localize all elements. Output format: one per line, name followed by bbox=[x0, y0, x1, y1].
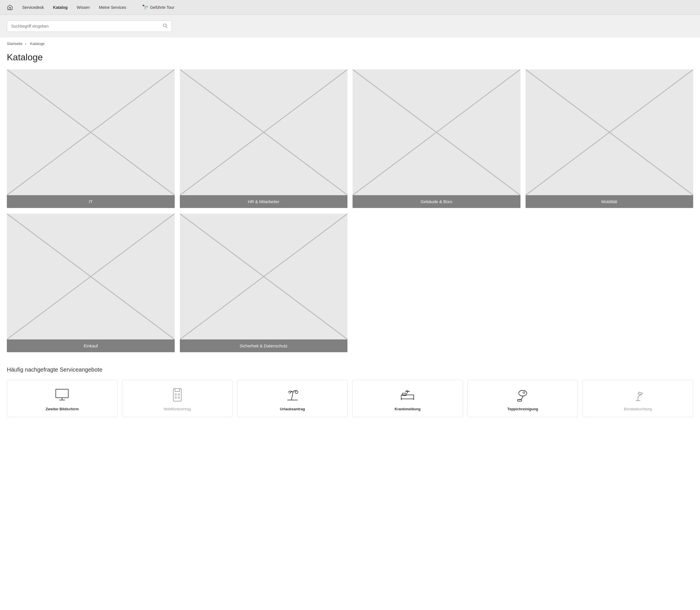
catalog-card-gebaeude[interactable]: Gebäude & Büro bbox=[353, 69, 521, 208]
catalog-card-image-hr bbox=[180, 69, 348, 195]
service-card-label-mobile: Mobilfunkvertrag bbox=[164, 407, 191, 411]
catalog-card-label-gebaeude: Gebäude & Büro bbox=[353, 195, 521, 208]
vacuum-icon bbox=[515, 387, 531, 403]
bed-icon bbox=[399, 387, 415, 403]
catalog-card-label-it: IT bbox=[7, 195, 175, 208]
service-card-label-krank: Krankmeldung bbox=[395, 407, 420, 411]
service-card-krank[interactable]: Krankmeldung bbox=[352, 380, 463, 417]
svg-rect-27 bbox=[178, 397, 179, 398]
service-card-label-monitor: Zweiter Bildschirm bbox=[46, 407, 79, 411]
catalog-card-einkauf[interactable]: Einkauf bbox=[7, 214, 175, 352]
sim-card-icon bbox=[169, 387, 185, 403]
nav-katalog[interactable]: Katalog bbox=[53, 4, 67, 11]
svg-rect-23 bbox=[173, 389, 181, 401]
tour-label: Geführte Tour bbox=[150, 5, 174, 10]
catalog-card-image-einkauf bbox=[7, 214, 175, 339]
service-grid: Zweiter Bildschirm Mobilfunkvertrag bbox=[7, 380, 693, 417]
service-card-lampe[interactable]: Bürobeleuchtung bbox=[583, 380, 693, 417]
svg-point-35 bbox=[519, 390, 527, 396]
catalog-grid-row2: Einkauf Sicherheit & Datenschutz bbox=[7, 214, 693, 352]
grid-spacer-1 bbox=[353, 214, 521, 352]
nav-items: Servicedesk Katalog Wissen Meine Service… bbox=[7, 4, 174, 11]
main-content: Kataloge IT HR & Mitarbeiter bbox=[0, 48, 700, 429]
nav-servicedesk[interactable]: Servicedesk bbox=[22, 4, 44, 11]
binoculars-icon: 🔭 bbox=[142, 4, 148, 11]
home-icon[interactable] bbox=[7, 4, 13, 11]
catalog-card-image-it bbox=[7, 69, 175, 195]
nav-wissen[interactable]: Wissen bbox=[77, 4, 90, 11]
section-title: Häufig nachgefragte Serviceangebote bbox=[7, 367, 693, 373]
breadcrumb-separator: › bbox=[25, 42, 26, 46]
catalog-card-image-sicherheit bbox=[180, 214, 348, 339]
breadcrumb-home[interactable]: Startseite bbox=[7, 42, 22, 46]
search-input[interactable] bbox=[11, 24, 162, 29]
breadcrumb: Startseite › Kataloge bbox=[0, 37, 700, 48]
desk-lamp-icon bbox=[630, 387, 646, 403]
catalog-card-label-sicherheit: Sicherheit & Datenschutz bbox=[180, 339, 348, 352]
page-title: Kataloge bbox=[7, 52, 693, 63]
grid-spacer-2 bbox=[526, 214, 694, 352]
svg-line-1 bbox=[166, 27, 167, 28]
catalog-card-mobilitaet[interactable]: Mobilität bbox=[526, 69, 694, 208]
service-card-label-lampe: Bürobeleuchtung bbox=[624, 407, 652, 411]
catalog-card-label-einkauf: Einkauf bbox=[7, 339, 175, 352]
svg-rect-24 bbox=[175, 394, 176, 395]
catalog-card-hr[interactable]: HR & Mitarbeiter bbox=[180, 69, 348, 208]
service-card-mobile[interactable]: Mobilfunkvertrag bbox=[122, 380, 233, 417]
catalog-card-image-mobilitaet bbox=[526, 69, 694, 195]
navbar: Servicedesk Katalog Wissen Meine Service… bbox=[0, 0, 700, 15]
svg-rect-26 bbox=[175, 397, 176, 398]
search-icon bbox=[162, 23, 168, 29]
breadcrumb-current: Kataloge bbox=[30, 42, 45, 46]
service-card-label-urlaub: Urlaubsantrag bbox=[280, 407, 305, 411]
catalog-grid-row1: IT HR & Mitarbeiter Gebäude & Büro bbox=[7, 69, 693, 208]
catalog-card-label-hr: HR & Mitarbeiter bbox=[180, 195, 348, 208]
svg-point-37 bbox=[523, 392, 525, 394]
svg-rect-36 bbox=[518, 399, 522, 401]
service-card-label-teppich: Teppichreinigung bbox=[507, 407, 538, 411]
service-card-teppich[interactable]: Teppichreinigung bbox=[467, 380, 578, 417]
svg-rect-20 bbox=[56, 389, 68, 398]
search-bar bbox=[7, 20, 172, 32]
service-card-monitor[interactable]: Zweiter Bildschirm bbox=[7, 380, 117, 417]
svg-rect-25 bbox=[178, 394, 179, 395]
monitor-icon bbox=[54, 387, 70, 403]
search-container bbox=[0, 15, 700, 37]
catalog-card-it[interactable]: IT bbox=[7, 69, 175, 208]
guided-tour[interactable]: 🔭 Geführte Tour bbox=[142, 4, 174, 11]
catalog-card-image-gebaeude bbox=[353, 69, 521, 195]
catalog-card-label-mobilitaet: Mobilität bbox=[526, 195, 694, 208]
beach-icon bbox=[285, 387, 301, 403]
service-card-urlaub[interactable]: Urlaubsantrag bbox=[237, 380, 348, 417]
svg-line-28 bbox=[291, 392, 293, 400]
catalog-card-sicherheit[interactable]: Sicherheit & Datenschutz bbox=[180, 214, 348, 352]
nav-meine-services[interactable]: Meine Services bbox=[99, 4, 126, 11]
